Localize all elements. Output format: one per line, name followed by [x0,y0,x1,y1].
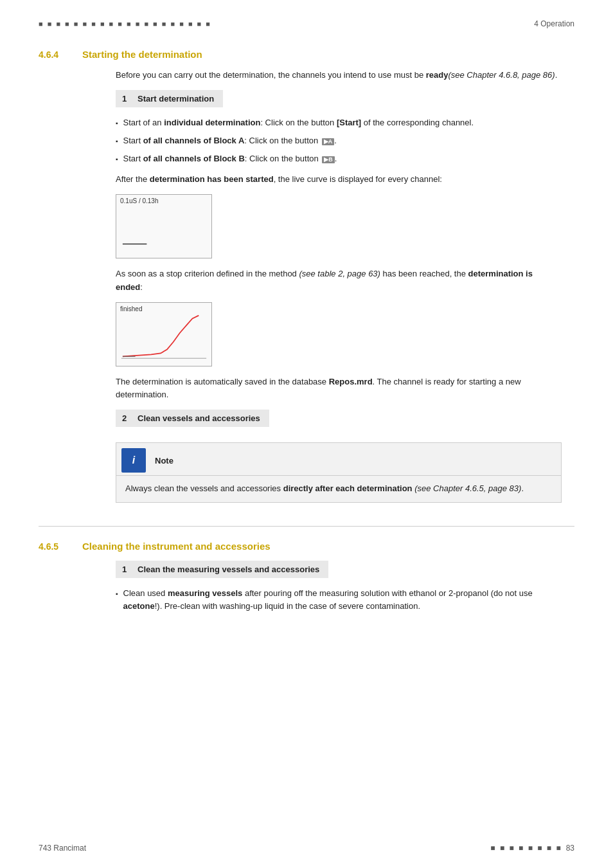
section-number-4-6-4: 4.6.4 [39,50,71,60]
header-dashes: ■ ■ ■ ■ ■ ■ ■ ■ ■ ■ ■ ■ ■ ■ ■ ■ ■ ■ ■ ■ [39,20,211,28]
section-heading-4-6-5: 4.6.5 Cleaning the instrument and access… [39,541,574,552]
bullet-1: Start of an individual determination: Cl… [116,116,562,129]
step-4-6-5-1-label: Clean the measuring vessels and accessor… [138,565,319,574]
chart2-after-para: The determination is automatically saved… [116,375,562,402]
step-1-number: 1 [122,94,131,104]
footer-page-area: ■ ■ ■ ■ ■ ■ ■ ■ 83 [490,844,574,853]
note-title: Note [155,456,173,466]
section-4-6-4: 4.6.4 Starting the determination Before … [39,49,574,503]
bullet-1-bold2: [Start] [337,118,361,127]
footer-product: 743 Rancimat [39,844,86,853]
chart1-after-para: As soon as a stop criterion defined in t… [116,267,562,294]
bullet-2: Start of all channels of Block A: Click … [116,134,562,147]
acetone-bold: acetone [123,601,155,611]
page: ■ ■ ■ ■ ■ ■ ■ ■ ■ ■ ■ ■ ■ ■ ■ ■ ■ ■ ■ ■ … [0,0,613,868]
step-2-number: 2 [122,413,131,423]
note-bold: directly after each determination [283,484,413,493]
bullet-3-text: Start of all channels of Block B: Click … [123,152,337,165]
step-4-6-5-box-1: 1 Clean the measuring vessels and access… [116,561,328,578]
chart-1-svg [116,195,211,258]
section-4-6-4-content: Before you can carry out the determinati… [116,69,562,503]
intro-period: . [555,70,558,80]
after-bullets-bold: determination has been started [150,174,274,184]
bullet-4-6-5-1-text: Clean used measuring vessels after pouri… [123,587,562,613]
step-1-bullets: Start of an individual determination: Cl… [116,116,562,165]
header-chapter: 4 Operation [534,19,574,28]
step-box-1: 1 Start determination [116,90,223,107]
section-divider [39,526,574,527]
after-bullets-para: After the determination has been started… [116,173,562,186]
page-footer: 743 Rancimat ■ ■ ■ ■ ■ ■ ■ ■ 83 [39,844,574,853]
measuring-vessels-bold: measuring vessels [168,588,242,598]
step-box-2: 2 Clean vessels and accessories [116,410,269,427]
section-4-6-5: 4.6.5 Cleaning the instrument and access… [39,541,574,613]
block-b-button-icon: ▶B [322,156,335,163]
chart-2-svg [116,303,211,366]
bullet-3-bold: of all channels of Block B [143,154,245,163]
note-italic: (see Chapter 4.6.5, page 83) [414,484,521,493]
note-icon: i [121,448,146,473]
note-header: i Note [116,443,561,476]
section-heading-4-6-4: 4.6.4 Starting the determination [39,49,574,60]
bullet-4-6-5-1: Clean used measuring vessels after pouri… [116,587,562,613]
note-body: Always clean the vessels and accessories… [116,476,561,502]
note-box: i Note Always clean the vessels and acce… [116,442,562,503]
step-4-6-5-1-number: 1 [122,565,131,574]
chart-1-box: 0.1uS / 0.13h [116,194,212,258]
step-2-label: Clean vessels and accessories [138,413,260,423]
intro-para: Before you can carry out the determinati… [116,69,562,82]
bullet-2-text: Start of all channels of Block A: Click … [123,134,337,147]
chart1-after-italic: (see table 2, page 63) [299,269,380,278]
bullet-3: Start of all channels of Block B: Click … [116,152,562,165]
bullet-2-bold: of all channels of Block A [143,136,245,145]
intro-text-before: Before you can carry out the determinati… [116,70,426,80]
section-title-4-6-5: Cleaning the instrument and accessories [82,541,271,552]
section-4-6-5-content: 1 Clean the measuring vessels and access… [116,561,562,613]
step-4-6-5-bullets: Clean used measuring vessels after pouri… [116,587,562,613]
step-1-label: Start determination [138,94,214,104]
bullet-1-text: Start of an individual determination: Cl… [123,116,474,129]
footer-page-number: 83 [566,844,574,853]
footer-dashes: ■ ■ ■ ■ ■ ■ ■ ■ [490,844,562,853]
repos-mrd-bold: Repos.mrd [329,377,373,386]
chart-2-box: finished [116,302,212,366]
intro-italic-ref: (see Chapter 4.6.8, page 86) [448,70,555,80]
section-title-4-6-4: Starting the determination [82,49,202,60]
section-number-4-6-5: 4.6.5 [39,541,71,552]
bullet-1-bold: individual determination [164,118,260,127]
block-a-button-icon: ▶A [322,138,335,145]
page-header: ■ ■ ■ ■ ■ ■ ■ ■ ■ ■ ■ ■ ■ ■ ■ ■ ■ ■ ■ ■ … [39,19,574,31]
intro-bold-ready: ready [426,70,449,80]
